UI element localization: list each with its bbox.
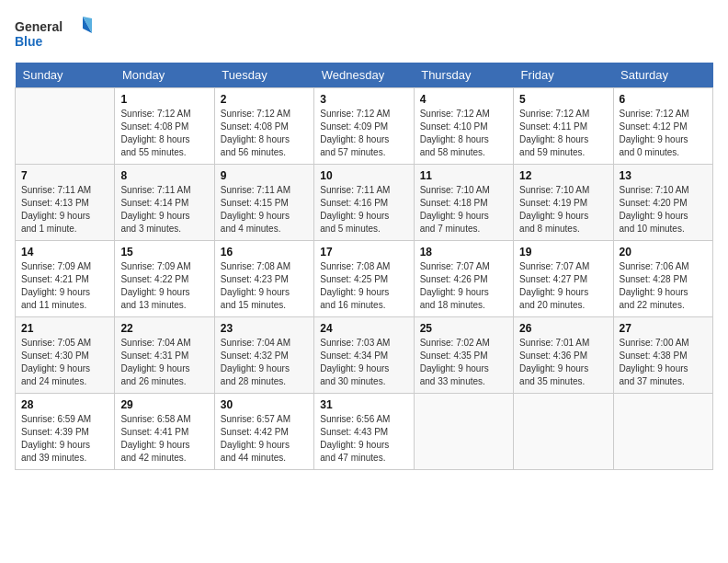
week-row-1: 1Sunrise: 7:12 AM Sunset: 4:08 PM Daylig… — [16, 88, 713, 165]
week-row-4: 21Sunrise: 7:05 AM Sunset: 4:30 PM Dayli… — [16, 317, 713, 394]
day-number: 17 — [320, 246, 407, 259]
day-info: Sunrise: 7:09 AM Sunset: 4:22 PM Dayligh… — [120, 260, 208, 312]
day-number: 7 — [21, 169, 108, 182]
calendar-table: SundayMondayTuesdayWednesdayThursdayFrid… — [15, 63, 713, 470]
calendar-cell — [414, 394, 513, 470]
page-header: General Blue — [15, 15, 713, 52]
day-info: Sunrise: 7:08 AM Sunset: 4:23 PM Dayligh… — [221, 260, 308, 312]
day-number: 25 — [420, 322, 507, 335]
calendar-cell: 12Sunrise: 7:10 AM Sunset: 4:19 PM Dayli… — [514, 165, 613, 241]
days-header-row: SundayMondayTuesdayWednesdayThursdayFrid… — [16, 63, 713, 88]
day-number: 2 — [221, 93, 308, 106]
calendar-cell: 6Sunrise: 7:12 AM Sunset: 4:12 PM Daylig… — [613, 88, 712, 165]
day-header-friday: Friday — [514, 63, 613, 88]
calendar-cell: 5Sunrise: 7:12 AM Sunset: 4:11 PM Daylig… — [514, 88, 613, 165]
calendar-cell: 23Sunrise: 7:04 AM Sunset: 4:32 PM Dayli… — [214, 317, 313, 394]
calendar-cell: 17Sunrise: 7:08 AM Sunset: 4:25 PM Dayli… — [314, 241, 414, 317]
week-row-2: 7Sunrise: 7:11 AM Sunset: 4:13 PM Daylig… — [16, 165, 713, 241]
day-number: 15 — [120, 246, 208, 259]
calendar-cell: 1Sunrise: 7:12 AM Sunset: 4:08 PM Daylig… — [115, 88, 214, 165]
calendar-cell: 11Sunrise: 7:10 AM Sunset: 4:18 PM Dayli… — [414, 165, 513, 241]
calendar-cell — [514, 394, 613, 470]
day-number: 8 — [120, 169, 208, 182]
day-info: Sunrise: 7:12 AM Sunset: 4:09 PM Dayligh… — [320, 108, 407, 159]
calendar-cell: 22Sunrise: 7:04 AM Sunset: 4:31 PM Dayli… — [115, 317, 214, 394]
day-number: 1 — [120, 93, 208, 106]
calendar-cell: 20Sunrise: 7:06 AM Sunset: 4:28 PM Dayli… — [613, 241, 712, 317]
calendar-cell: 21Sunrise: 7:05 AM Sunset: 4:30 PM Dayli… — [16, 317, 115, 394]
day-info: Sunrise: 7:07 AM Sunset: 4:27 PM Dayligh… — [519, 260, 607, 312]
day-number: 31 — [320, 398, 407, 411]
day-info: Sunrise: 7:07 AM Sunset: 4:26 PM Dayligh… — [420, 260, 507, 312]
day-number: 9 — [221, 169, 308, 182]
day-number: 19 — [519, 246, 607, 259]
day-number: 22 — [120, 322, 208, 335]
day-number: 5 — [519, 93, 607, 106]
day-info: Sunrise: 6:56 AM Sunset: 4:43 PM Dayligh… — [320, 413, 407, 465]
day-number: 24 — [320, 322, 407, 335]
day-info: Sunrise: 7:12 AM Sunset: 4:08 PM Dayligh… — [221, 108, 308, 159]
day-info: Sunrise: 7:11 AM Sunset: 4:15 PM Dayligh… — [221, 184, 308, 236]
day-info: Sunrise: 7:08 AM Sunset: 4:25 PM Dayligh… — [320, 260, 407, 312]
logo-svg: General Blue — [15, 15, 97, 52]
day-number: 10 — [320, 169, 407, 182]
day-info: Sunrise: 7:12 AM Sunset: 4:12 PM Dayligh… — [620, 108, 707, 159]
calendar-cell: 9Sunrise: 7:11 AM Sunset: 4:15 PM Daylig… — [214, 165, 313, 241]
day-number: 28 — [21, 398, 108, 411]
calendar-cell — [16, 88, 115, 165]
calendar-cell: 7Sunrise: 7:11 AM Sunset: 4:13 PM Daylig… — [16, 165, 115, 241]
day-info: Sunrise: 7:09 AM Sunset: 4:21 PM Dayligh… — [21, 260, 108, 312]
calendar-cell: 15Sunrise: 7:09 AM Sunset: 4:22 PM Dayli… — [115, 241, 214, 317]
day-header-wednesday: Wednesday — [314, 63, 414, 88]
calendar-cell: 14Sunrise: 7:09 AM Sunset: 4:21 PM Dayli… — [16, 241, 115, 317]
day-info: Sunrise: 7:01 AM Sunset: 4:36 PM Dayligh… — [519, 337, 607, 388]
day-number: 6 — [620, 93, 707, 106]
svg-text:General: General — [15, 19, 63, 34]
day-number: 29 — [120, 398, 208, 411]
day-info: Sunrise: 7:00 AM Sunset: 4:38 PM Dayligh… — [620, 337, 707, 388]
calendar-cell: 31Sunrise: 6:56 AM Sunset: 4:43 PM Dayli… — [314, 394, 414, 470]
calendar-cell: 4Sunrise: 7:12 AM Sunset: 4:10 PM Daylig… — [414, 88, 513, 165]
calendar-cell: 28Sunrise: 6:59 AM Sunset: 4:39 PM Dayli… — [16, 394, 115, 470]
day-number: 26 — [519, 322, 607, 335]
day-number: 20 — [620, 246, 707, 259]
day-header-thursday: Thursday — [414, 63, 513, 88]
day-info: Sunrise: 7:06 AM Sunset: 4:28 PM Dayligh… — [620, 260, 707, 312]
calendar-cell: 18Sunrise: 7:07 AM Sunset: 4:26 PM Dayli… — [414, 241, 513, 317]
day-info: Sunrise: 7:11 AM Sunset: 4:14 PM Dayligh… — [120, 184, 208, 236]
day-header-tuesday: Tuesday — [214, 63, 313, 88]
calendar-cell: 16Sunrise: 7:08 AM Sunset: 4:23 PM Dayli… — [214, 241, 313, 317]
day-number: 11 — [420, 169, 507, 182]
calendar-cell: 10Sunrise: 7:11 AM Sunset: 4:16 PM Dayli… — [314, 165, 414, 241]
calendar-cell: 29Sunrise: 6:58 AM Sunset: 4:41 PM Dayli… — [115, 394, 214, 470]
day-info: Sunrise: 7:11 AM Sunset: 4:13 PM Dayligh… — [21, 184, 108, 236]
calendar-cell — [613, 394, 712, 470]
day-info: Sunrise: 7:10 AM Sunset: 4:18 PM Dayligh… — [420, 184, 507, 236]
calendar-cell: 24Sunrise: 7:03 AM Sunset: 4:34 PM Dayli… — [314, 317, 414, 394]
day-header-sunday: Sunday — [16, 63, 115, 88]
calendar-cell: 3Sunrise: 7:12 AM Sunset: 4:09 PM Daylig… — [314, 88, 414, 165]
day-header-saturday: Saturday — [613, 63, 712, 88]
day-info: Sunrise: 7:05 AM Sunset: 4:30 PM Dayligh… — [21, 337, 108, 388]
svg-text:Blue: Blue — [15, 34, 43, 49]
calendar-cell: 30Sunrise: 6:57 AM Sunset: 4:42 PM Dayli… — [214, 394, 313, 470]
day-info: Sunrise: 7:02 AM Sunset: 4:35 PM Dayligh… — [420, 337, 507, 388]
day-info: Sunrise: 6:57 AM Sunset: 4:42 PM Dayligh… — [221, 413, 308, 465]
day-info: Sunrise: 6:58 AM Sunset: 4:41 PM Dayligh… — [120, 413, 208, 465]
day-number: 30 — [221, 398, 308, 411]
calendar-cell: 2Sunrise: 7:12 AM Sunset: 4:08 PM Daylig… — [214, 88, 313, 165]
day-info: Sunrise: 7:12 AM Sunset: 4:11 PM Dayligh… — [519, 108, 607, 159]
day-info: Sunrise: 6:59 AM Sunset: 4:39 PM Dayligh… — [21, 413, 108, 465]
week-row-5: 28Sunrise: 6:59 AM Sunset: 4:39 PM Dayli… — [16, 394, 713, 470]
calendar-cell: 19Sunrise: 7:07 AM Sunset: 4:27 PM Dayli… — [514, 241, 613, 317]
calendar-cell: 25Sunrise: 7:02 AM Sunset: 4:35 PM Dayli… — [414, 317, 513, 394]
day-info: Sunrise: 7:11 AM Sunset: 4:16 PM Dayligh… — [320, 184, 407, 236]
day-info: Sunrise: 7:04 AM Sunset: 4:31 PM Dayligh… — [120, 337, 208, 388]
calendar-cell: 8Sunrise: 7:11 AM Sunset: 4:14 PM Daylig… — [115, 165, 214, 241]
calendar-cell: 27Sunrise: 7:00 AM Sunset: 4:38 PM Dayli… — [613, 317, 712, 394]
day-number: 23 — [221, 322, 308, 335]
day-info: Sunrise: 7:12 AM Sunset: 4:08 PM Dayligh… — [120, 108, 208, 159]
day-info: Sunrise: 7:04 AM Sunset: 4:32 PM Dayligh… — [221, 337, 308, 388]
day-number: 27 — [620, 322, 707, 335]
day-number: 12 — [519, 169, 607, 182]
